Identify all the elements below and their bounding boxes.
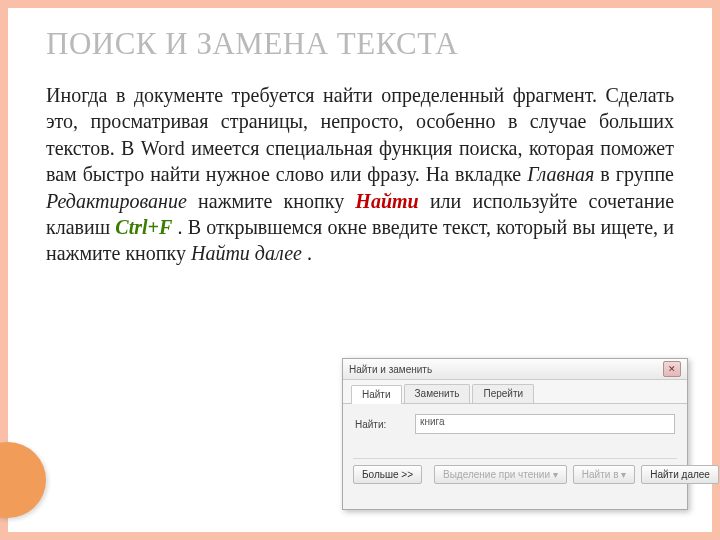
body-paragraph: Иногда в документе требуется найти опред… (46, 82, 674, 267)
brand-shortcut: Ctrl+F (115, 216, 172, 238)
find-replace-dialog: Найти и заменить ✕ Найти Заменить Перейт… (342, 358, 688, 510)
tab-replace[interactable]: Заменить (404, 384, 471, 403)
slide-paper: ПОИСК И ЗАМЕНА ТЕКСТА Иногда в документе… (8, 8, 712, 532)
close-icon[interactable]: ✕ (663, 361, 681, 377)
reading-highlight-button[interactable]: Выделение при чтении ▾ (434, 465, 567, 484)
find-input[interactable]: книга (415, 414, 675, 434)
dialog-buttons: Больше >> Выделение при чтении ▾ Найти в… (343, 459, 687, 492)
tab-find[interactable]: Найти (351, 385, 402, 404)
more-button[interactable]: Больше >> (353, 465, 422, 484)
tab-goto[interactable]: Перейти (472, 384, 534, 403)
decorative-circle (0, 442, 46, 518)
body-text: . (307, 242, 312, 264)
find-label: Найти: (355, 419, 405, 430)
dialog-titlebar: Найти и заменить ✕ (343, 359, 687, 380)
em-findnext: Найти далее (191, 242, 302, 264)
body-text: нажмите кнопку (198, 190, 355, 212)
dialog-body: Найти: книга (343, 404, 687, 440)
brand-find: Найти (355, 190, 418, 212)
dialog-tabs: Найти Заменить Перейти (343, 380, 687, 404)
find-in-button[interactable]: Найти в ▾ (573, 465, 635, 484)
em-tab: Главная (527, 163, 594, 185)
body-text: в группе (600, 163, 674, 185)
dialog-title: Найти и заменить (349, 364, 432, 375)
em-group: Редактирование (46, 190, 187, 212)
find-next-button[interactable]: Найти далее (641, 465, 719, 484)
page-title: ПОИСК И ЗАМЕНА ТЕКСТА (46, 26, 674, 62)
